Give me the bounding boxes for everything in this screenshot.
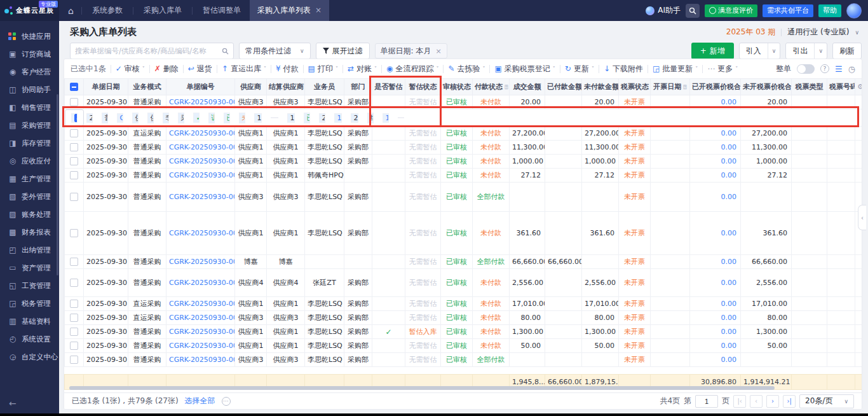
- toolbar-button-打印[interactable]: ▤打印˅: [308, 64, 338, 74]
- table-row[interactable]: 2025-09-30普通采购CGRK-20250930-00128供应商3供应商…: [65, 183, 863, 212]
- cell-link[interactable]: CGRK-20250930-00117: [169, 342, 235, 350]
- common-filter-select[interactable]: 常用条件过滤 ∨: [239, 43, 311, 59]
- table-row[interactable]: 2025-09-30普通采购CGRK-20250930-00124博嘉博嘉无需暂…: [65, 255, 863, 269]
- panel-collapse-handle[interactable]: ‹: [858, 205, 866, 230]
- sidebar-item-工资管理[interactable]: ◱工资管理: [0, 277, 59, 295]
- table-row[interactable]: 2025-09-30普通采购CGRK-20250930-00119供应商1供应商…: [65, 325, 863, 339]
- row-checkbox[interactable]: [70, 229, 78, 237]
- table-row[interactable]: 2025-09-30普通采购CGRK-20250930-00127供应商1供应商…: [65, 212, 863, 255]
- table-row[interactable]: ✓2025-09-30普通采购CGRK-20250930-00134供应商1供应…: [65, 109, 84, 126]
- whole-doc-toggle[interactable]: [797, 64, 815, 74]
- help-circle-icon[interactable]: ?: [820, 64, 829, 73]
- table-row[interactable]: 2025-09-30普通采购CGRK-20250930-00122供应商4供应商…: [65, 269, 863, 297]
- close-icon[interactable]: ×: [435, 47, 441, 55]
- sidebar-item-客户经营[interactable]: ◉客户经营: [0, 63, 59, 81]
- select-all-link[interactable]: 选择全部: [185, 396, 215, 406]
- row-checkbox[interactable]: [70, 300, 78, 308]
- table-row[interactable]: 2025-09-30普通采购CGRK-20250930-00117供应商1供应商…: [65, 339, 863, 353]
- toolbar-button-付款[interactable]: ¥付款: [276, 64, 299, 74]
- active-tab[interactable]: 采购入库单列表×: [250, 0, 329, 21]
- row-checkbox[interactable]: [70, 356, 78, 364]
- cell-link[interactable]: CGRK-20250930-00135: [169, 98, 235, 106]
- cell-link[interactable]: CGRK-20250930-00127: [169, 229, 235, 237]
- toolbar-button-审核[interactable]: ✓审核˅: [116, 64, 145, 74]
- cell-link[interactable]: CGRK-20250930-00121: [169, 300, 235, 308]
- column-settings-gear-icon[interactable]: ⚙: [857, 83, 862, 91]
- header-checkbox[interactable]: [70, 83, 78, 91]
- import-button[interactable]: 引入 ∨: [739, 43, 781, 59]
- row-checkbox[interactable]: [70, 98, 78, 106]
- chevron-down-icon[interactable]: ∨: [814, 43, 827, 59]
- sidebar-item-应收应付[interactable]: ◎应收应付: [0, 152, 59, 170]
- sidebar-item-协同助手[interactable]: ◫协同助手: [0, 81, 59, 99]
- cell-link[interactable]: CGRK-20250930-00132: [169, 129, 235, 137]
- prev-page-button[interactable]: ‹: [750, 395, 763, 408]
- toolbar-button-退货[interactable]: ↩退货: [188, 64, 212, 74]
- cell-link[interactable]: CGRK-20250930-00134: [120, 114, 123, 122]
- cell-link[interactable]: CGRK-20250930-00120: [169, 314, 235, 322]
- sidebar-item-基础资料[interactable]: ▥基础资料: [0, 312, 59, 330]
- first-page-button[interactable]: |‹: [733, 395, 746, 408]
- filter-chip-date[interactable]: 单据日期: 本月 ×: [375, 43, 447, 59]
- sidebar-item-快捷应用[interactable]: 快捷应用: [0, 27, 59, 45]
- toolbar-button-删除[interactable]: ✗删除: [154, 64, 179, 74]
- table-row[interactable]: 2025-09-30普通采购CGRK-20250930-00116供应商3供应商…: [65, 353, 863, 367]
- row-checkbox[interactable]: [70, 129, 78, 137]
- horizontal-scrollbar[interactable]: [69, 386, 775, 390]
- toolbar-button-直运出库[interactable]: ↑直运出库˅: [222, 64, 266, 74]
- topbar-menu-item[interactable]: 暂估调整单: [194, 0, 250, 21]
- row-checkbox[interactable]: [70, 171, 78, 179]
- cell-link[interactable]: CGRK-20250930-00122: [169, 279, 235, 287]
- home-icon[interactable]: ⌂: [59, 6, 80, 16]
- table-row[interactable]: 2025-09-30普通采购CGRK-20250930-00129供应商1供应商…: [65, 169, 863, 183]
- sidebar-item-账务处理[interactable]: ▨账务处理: [0, 205, 59, 223]
- row-checkbox[interactable]: [70, 328, 78, 336]
- table-row[interactable]: 2025-09-30普通采购CGRK-20250930-00131供应商1供应商…: [65, 141, 863, 155]
- table-row[interactable]: 2025-09-30普通采购CGRK-20250930-00135供应商3供应商…: [65, 95, 863, 109]
- cell-link[interactable]: CGRK-20250930-00131: [169, 143, 235, 151]
- list-view-icon[interactable]: ☰: [835, 64, 843, 74]
- user-avatar[interactable]: [846, 3, 862, 18]
- sidebar-item-财务报表[interactable]: ▩财务报表: [0, 223, 59, 241]
- cell-link[interactable]: CGRK-20250930-00128: [169, 193, 235, 201]
- row-checkbox[interactable]: [70, 143, 78, 151]
- help-circle-icon[interactable]: ⍰: [503, 84, 508, 90]
- next-page-button[interactable]: ›: [766, 395, 779, 408]
- refresh-button[interactable]: 刷新: [832, 43, 862, 59]
- cell-link[interactable]: CGRK-20250930-00129: [169, 171, 235, 179]
- row-checkbox[interactable]: [70, 342, 78, 350]
- sidebar-item-出纳管理[interactable]: ◰出纳管理: [0, 241, 59, 259]
- cell-link[interactable]: CGRK-20250930-00130: [169, 157, 235, 165]
- row-checkbox[interactable]: [70, 193, 78, 201]
- more-options-icon[interactable]: ⋯: [222, 397, 231, 406]
- sidebar-item-委外管理[interactable]: ▧委外管理: [0, 188, 59, 205]
- sidebar-item-自定义中心[interactable]: ◶自定义中心: [0, 348, 59, 366]
- history-clock-icon[interactable]: ◷: [848, 64, 855, 74]
- toolbar-button-更多[interactable]: ⋯更多˅: [707, 64, 738, 74]
- table-row[interactable]: 2025-09-30普通采购CGRK-20250930-00130供应商1供应商…: [65, 155, 863, 169]
- toolbar-button-全流程跟踪[interactable]: ◉全流程跟踪˅: [386, 64, 438, 74]
- toolbar-button-去拣验[interactable]: ✎去拣验˅: [448, 64, 485, 74]
- cocreate-badge[interactable]: 需求共创平台: [763, 4, 813, 17]
- last-page-button[interactable]: ›|: [783, 395, 796, 408]
- table-row[interactable]: 2025-09-30直运采购CGRK-20250930-00121供应商1供应商…: [65, 297, 863, 311]
- page-size-select[interactable]: 20条/页 ∨: [799, 394, 854, 408]
- cell-link[interactable]: CGRK-20250930-00116: [169, 356, 235, 364]
- sidebar-item-采购管理[interactable]: ▤采购管理: [0, 116, 59, 134]
- tab-close-icon[interactable]: ×: [315, 0, 322, 21]
- help-badge[interactable]: 帮助: [818, 4, 841, 17]
- row-checkbox[interactable]: [70, 157, 78, 165]
- row-checkbox[interactable]: [70, 314, 78, 322]
- ai-assistant-button[interactable]: AI助手: [646, 5, 681, 16]
- row-checkbox[interactable]: ✓: [74, 114, 78, 122]
- sidebar-item-资产管理[interactable]: ▭资产管理: [0, 259, 59, 277]
- global-search-button[interactable]: [686, 4, 700, 18]
- page-number-input[interactable]: [695, 395, 718, 408]
- add-button[interactable]: + 新增: [691, 43, 734, 59]
- topbar-menu-item[interactable]: 系统参数: [83, 0, 132, 21]
- search-input[interactable]: 搜索单据编号/供应商名称/商品编码/名称: [70, 43, 234, 59]
- toolbar-button-对账[interactable]: ⇄对账˅: [348, 64, 377, 74]
- expand-filter-button[interactable]: 展开过滤: [316, 43, 370, 59]
- cell-link[interactable]: CGRK-20250930-00124: [169, 258, 235, 266]
- toolbar-button-批量更新[interactable]: ◲批量更新˅: [653, 64, 698, 74]
